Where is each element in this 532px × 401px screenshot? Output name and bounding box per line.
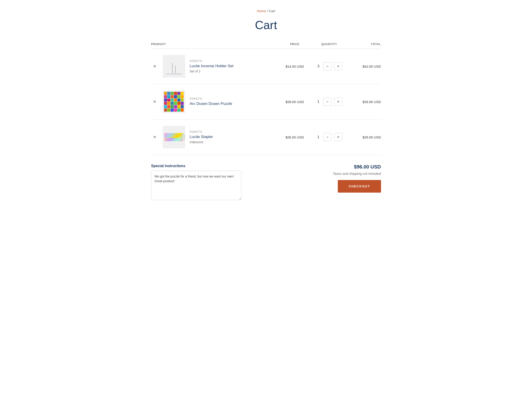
product-price: $14.00 USD	[278, 49, 312, 84]
special-instructions-textarea[interactable]	[151, 171, 241, 200]
breadcrumb: Home / Cart	[151, 9, 381, 13]
bottom-section: Special instructions $96.00 USD Taxes an…	[151, 164, 381, 201]
breadcrumb-current: Cart	[269, 9, 275, 13]
page-wrapper: Home / Cart Cart PRODUCT PRICE QUANTITY …	[142, 0, 390, 214]
col-header-quantity: QUANTITY	[312, 41, 347, 49]
table-row: ✕ POKETO Arc Dusen Dusen Puzzle $28.00 U…	[151, 84, 381, 120]
product-brand: POKETO	[190, 59, 234, 63]
quantity-control: 3 − +	[316, 62, 342, 70]
product-total: $42.00 USD	[347, 49, 381, 84]
special-instructions-label: Special instructions	[151, 164, 241, 168]
order-summary: $96.00 USD Taxes and shipping not includ…	[333, 164, 381, 193]
product-info: POKETO Lucite Stapler Iridescent	[190, 130, 213, 144]
special-instructions-section: Special instructions	[151, 164, 241, 201]
breadcrumb-separator: /	[267, 9, 268, 13]
quantity-decrease-button[interactable]: −	[323, 98, 331, 106]
product-info: POKETO Arc Dusen Dusen Puzzle	[190, 97, 232, 106]
quantity-decrease-button[interactable]: −	[323, 133, 331, 141]
quantity-value: 1	[316, 100, 321, 104]
product-info: POKETO Lucite Incense Holder Set Set of …	[190, 59, 234, 73]
product-name: Lucite Incense Holder Set	[190, 64, 234, 69]
product-name: Arc Dusen Dusen Puzzle	[190, 101, 232, 106]
breadcrumb-home-link[interactable]: Home	[257, 9, 266, 13]
product-quantity: 1 − +	[312, 84, 347, 120]
quantity-increase-button[interactable]: +	[334, 133, 342, 141]
product-image	[163, 55, 185, 78]
quantity-control: 1 − +	[316, 98, 342, 106]
order-total: $96.00 USD	[354, 164, 381, 170]
quantity-increase-button[interactable]: +	[334, 98, 342, 106]
table-header-row: PRODUCT PRICE QUANTITY TOTAL	[151, 41, 381, 49]
table-row: ✕ POKETO Lucite Incense Holder Set	[151, 49, 381, 84]
product-quantity: 1 − +	[312, 120, 347, 155]
quantity-increase-button[interactable]: +	[334, 62, 342, 70]
product-total: $28.00 USD	[347, 84, 381, 120]
col-header-price: PRICE	[278, 41, 312, 49]
product-image	[163, 91, 185, 113]
remove-item-button[interactable]: ✕	[151, 63, 158, 70]
cart-table: PRODUCT PRICE QUANTITY TOTAL ✕	[151, 41, 381, 155]
product-price: $26.00 USD	[278, 120, 312, 155]
product-cell: ✕ POKETO Arc Dusen Dusen Puzzle	[151, 91, 278, 113]
product-variant: Iridescent	[190, 140, 213, 144]
col-header-total: TOTAL	[347, 41, 381, 49]
product-total: $26.00 USD	[347, 120, 381, 155]
remove-item-button[interactable]: ✕	[151, 98, 158, 105]
product-brand: POKETO	[190, 130, 213, 134]
quantity-value: 1	[316, 135, 321, 139]
product-quantity: 3 − +	[312, 49, 347, 84]
product-cell: ✕ POKETO Lucite Stapler Iridescent	[151, 126, 278, 149]
product-brand: POKETO	[190, 97, 232, 100]
table-row: ✕ POKETO Lucite Stapler Iridescent $26.0…	[151, 120, 381, 155]
product-cell: ✕ POKETO Lucite Incense Holder Set	[151, 55, 278, 78]
product-variant: Set of 2	[190, 70, 234, 73]
checkout-button[interactable]: CHECKOUT	[338, 180, 381, 193]
col-header-product: PRODUCT	[151, 41, 278, 49]
page-title: Cart	[151, 18, 381, 32]
quantity-value: 3	[316, 64, 321, 68]
tax-note: Taxes and shipping not included	[333, 172, 381, 175]
remove-item-button[interactable]: ✕	[151, 134, 158, 141]
product-image	[163, 126, 185, 149]
quantity-decrease-button[interactable]: −	[323, 62, 331, 70]
product-name: Lucite Stapler	[190, 134, 213, 139]
product-price: $28.00 USD	[278, 84, 312, 120]
quantity-control: 1 − +	[316, 133, 342, 141]
